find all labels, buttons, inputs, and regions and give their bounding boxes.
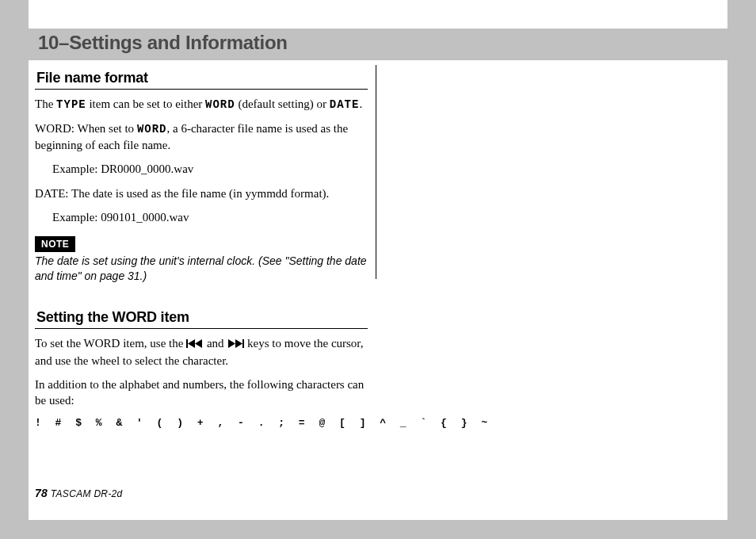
special-characters-list: ! # $ % & ' ( ) + , - . ; = @ [ ] ^ _ ` … (35, 416, 368, 430)
page-footer: 78 TASCAM DR-2d (35, 487, 123, 499)
paragraph: DATE: The date is used as the file name … (35, 185, 368, 201)
text: item can be set to either (86, 97, 205, 110)
paragraph: WORD: When set to WORD, a 6-character fi… (35, 120, 368, 153)
note-badge: NOTE (35, 236, 75, 252)
left-column: File name format The TYPE item can be se… (35, 68, 368, 430)
text: WORD: When set to (35, 122, 137, 135)
paragraph: In addition to the alphabet and numbers,… (35, 377, 368, 409)
skip-back-icon (186, 336, 204, 352)
spacer (35, 296, 368, 308)
svg-rect-0 (186, 339, 188, 348)
text: To set the WORD item, use the (35, 337, 186, 350)
text: The (35, 97, 56, 110)
text: . (359, 97, 362, 110)
lcd-text-date: DATE (330, 98, 360, 111)
skip-forward-icon (227, 336, 244, 352)
paragraph: The TYPE item can be set to either WORD … (35, 96, 368, 113)
manual-page: 10–Settings and Information File name fo… (29, 0, 727, 520)
chapter-title: 10–Settings and Information (38, 32, 288, 54)
example-line: Example: DR0000_0000.wav (52, 161, 368, 177)
page-number: 78 (35, 487, 48, 499)
lcd-text-word: WORD (205, 98, 235, 111)
column-divider (376, 65, 376, 279)
example-line: Example: 090101_0000.wav (52, 209, 368, 225)
svg-marker-4 (235, 339, 242, 348)
section-title-setting-word: Setting the WORD item (35, 308, 368, 329)
lcd-text-type: TYPE (56, 98, 86, 111)
product-name: TASCAM DR-2d (51, 488, 123, 499)
text: and (207, 337, 227, 350)
section-title-file-name-format: File name format (35, 68, 368, 90)
svg-marker-1 (188, 339, 195, 348)
text: (default setting) or (235, 97, 330, 110)
svg-marker-3 (228, 339, 235, 348)
svg-marker-2 (195, 339, 202, 348)
lcd-text-word: WORD (137, 123, 167, 136)
svg-rect-5 (242, 339, 244, 348)
paragraph: To set the WORD item, use the and keys t… (35, 335, 368, 369)
chapter-heading-bar: 10–Settings and Information (29, 29, 727, 60)
note-body: The date is set using the unit's interna… (35, 254, 368, 284)
